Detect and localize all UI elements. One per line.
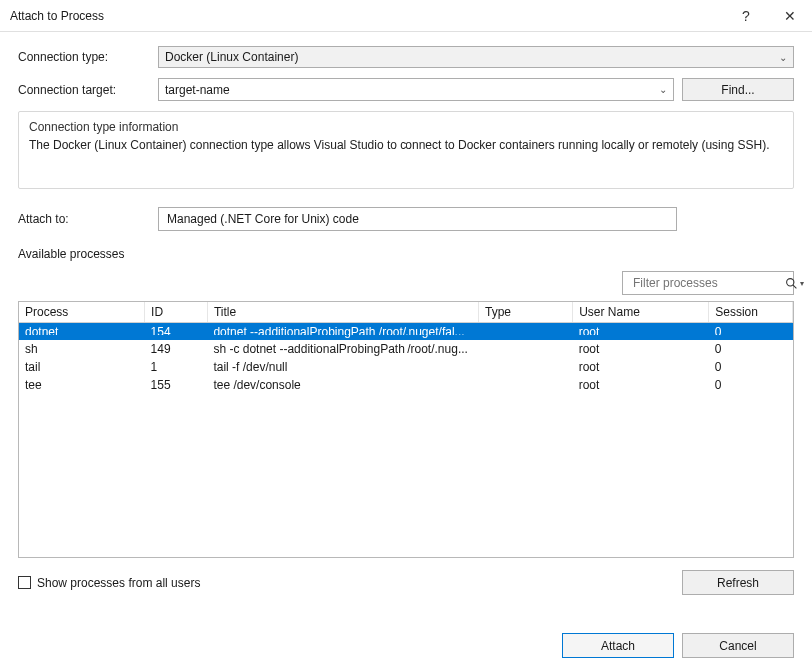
info-title: Connection type information — [29, 120, 783, 134]
cell-session: 0 — [709, 340, 793, 358]
cancel-button[interactable]: Cancel — [682, 633, 794, 658]
help-icon: ? — [742, 8, 750, 24]
connection-target-value: target-name — [165, 83, 230, 97]
cell-id: 155 — [145, 376, 208, 394]
table-row[interactable]: dotnet154dotnet --additionalProbingPath … — [19, 323, 793, 340]
cell-session: 0 — [709, 323, 793, 340]
available-processes-label: Available processes — [18, 247, 794, 261]
cell-type — [479, 340, 573, 358]
col-session[interactable]: Session — [709, 302, 793, 323]
cell-username: root — [573, 376, 709, 394]
cell-title: sh -c dotnet --additionalProbingPath /ro… — [207, 340, 478, 358]
chevron-down-icon: ⌄ — [659, 84, 667, 95]
attach-button[interactable]: Attach — [562, 633, 674, 658]
refresh-button[interactable]: Refresh — [682, 570, 794, 595]
show-all-users-checkbox[interactable]: Show processes from all users — [18, 576, 200, 590]
attach-to-label: Attach to: — [18, 212, 158, 226]
attach-to-row: Attach to: Managed (.NET Core for Unix) … — [18, 207, 794, 231]
info-text: The Docker (Linux Container) connection … — [29, 138, 783, 152]
table-row[interactable]: sh149sh -c dotnet --additionalProbingPat… — [19, 340, 793, 358]
chevron-down-icon: ⌄ — [779, 52, 787, 63]
table-row[interactable]: tail1tail -f /dev/nullroot0 — [19, 358, 793, 376]
col-type[interactable]: Type — [479, 302, 573, 323]
checkbox-icon — [18, 576, 31, 589]
search-icon[interactable]: ▾ — [785, 277, 804, 290]
cell-title: tail -f /dev/null — [207, 358, 478, 376]
cell-process: tee — [19, 376, 145, 394]
svg-point-0 — [787, 278, 794, 285]
cell-type — [479, 358, 573, 376]
close-icon: ✕ — [784, 8, 796, 24]
titlebar: Attach to Process ? ✕ — [0, 0, 812, 32]
cell-id: 154 — [145, 323, 208, 340]
show-all-users-label: Show processes from all users — [37, 576, 200, 590]
cell-type — [479, 323, 573, 340]
attach-to-field[interactable]: Managed (.NET Core for Unix) code — [158, 207, 677, 231]
cell-id: 149 — [145, 340, 208, 358]
chevron-down-icon: ▾ — [800, 279, 804, 288]
connection-target-row: Connection target: target-name ⌄ Find... — [18, 78, 794, 101]
below-table-row: Show processes from all users Refresh — [18, 570, 794, 595]
connection-target-label: Connection target: — [18, 83, 158, 97]
cell-id: 1 — [145, 358, 208, 376]
cell-title: dotnet --additionalProbingPath /root/.nu… — [207, 323, 478, 340]
filter-input[interactable] — [631, 275, 785, 291]
cell-session: 0 — [709, 358, 793, 376]
cell-username: root — [573, 323, 709, 340]
col-title[interactable]: Title — [207, 302, 478, 323]
svg-line-1 — [793, 285, 796, 288]
connection-target-combobox[interactable]: target-name ⌄ — [158, 78, 674, 101]
close-button[interactable]: ✕ — [768, 0, 812, 32]
col-username[interactable]: User Name — [573, 302, 709, 323]
filter-row: ▾ — [18, 271, 794, 295]
processes-table-container: Process ID Title Type User Name Session … — [18, 301, 794, 558]
find-button[interactable]: Find... — [682, 78, 794, 101]
connection-type-value: Docker (Linux Container) — [165, 50, 298, 64]
cell-process: sh — [19, 340, 145, 358]
cell-username: root — [573, 358, 709, 376]
processes-table: Process ID Title Type User Name Session … — [19, 302, 793, 394]
table-row[interactable]: tee155tee /dev/consoleroot0 — [19, 376, 793, 394]
connection-type-row: Connection type: Docker (Linux Container… — [18, 46, 794, 68]
col-id[interactable]: ID — [145, 302, 208, 323]
attach-to-value: Managed (.NET Core for Unix) code — [167, 212, 359, 226]
dialog-title: Attach to Process — [10, 9, 724, 23]
filter-processes-input[interactable]: ▾ — [622, 271, 794, 295]
cell-username: root — [573, 340, 709, 358]
cell-session: 0 — [709, 376, 793, 394]
connection-type-label: Connection type: — [18, 50, 158, 64]
cell-title: tee /dev/console — [207, 376, 478, 394]
table-header-row: Process ID Title Type User Name Session — [19, 302, 793, 323]
dialog-footer: Attach Cancel — [562, 633, 794, 658]
connection-type-dropdown[interactable]: Docker (Linux Container) ⌄ — [158, 46, 794, 68]
cell-type — [479, 376, 573, 394]
cell-process: dotnet — [19, 323, 145, 340]
col-process[interactable]: Process — [19, 302, 145, 323]
connection-type-info-group: Connection type information The Docker (… — [18, 111, 794, 189]
dialog-body: Connection type: Docker (Linux Container… — [0, 32, 812, 609]
cell-process: tail — [19, 358, 145, 376]
help-button[interactable]: ? — [724, 0, 768, 32]
